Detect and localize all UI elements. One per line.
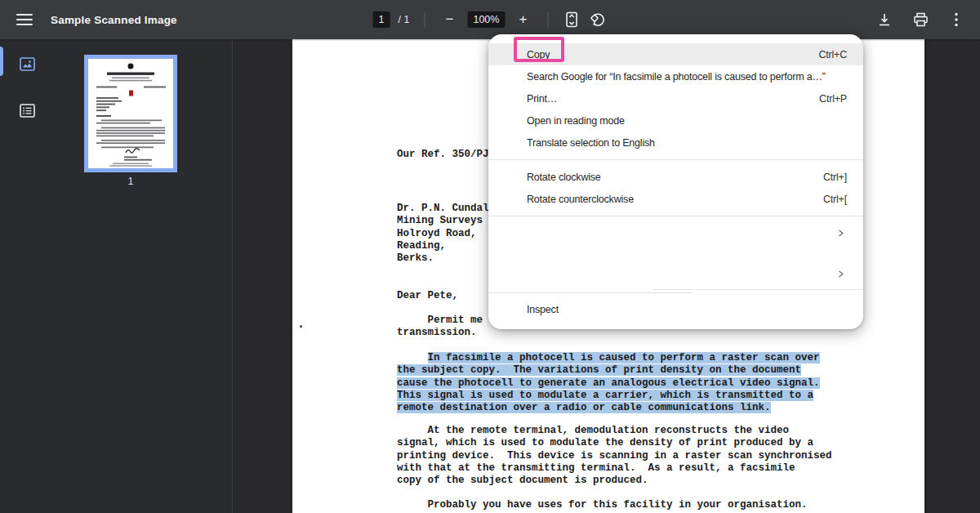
- chevron-right-icon: [837, 270, 844, 278]
- document-outline-icon: [20, 104, 35, 118]
- letter-line: Probably you have uses for this facility…: [397, 499, 808, 511]
- letter-line-selected: This signal is used to modulate a carrie…: [397, 390, 820, 402]
- menu-item-label: Inspect: [527, 304, 847, 315]
- zoom-level-badge[interactable]: 100%: [467, 11, 505, 28]
- menu-item-shortcut: Ctrl+P: [819, 93, 847, 105]
- menu-item-label: Search Google for “In facsimile a photoc…: [527, 71, 847, 83]
- menu-item-copy[interactable]: CopyCtrl+C: [488, 43, 863, 65]
- kebab-menu-icon: [955, 12, 958, 27]
- letter-line-selected: cause the photocell to generate an analo…: [397, 377, 820, 390]
- zoom-in-button[interactable]: +: [513, 10, 532, 29]
- document-title: Sample Scanned Image: [51, 14, 177, 26]
- chevron-right-icon: [837, 230, 844, 237]
- page-thumbnail[interactable]: [84, 55, 177, 172]
- active-tab-indicator: [0, 47, 3, 76]
- menu-item-label: Translate selection to English: [527, 137, 847, 149]
- text-selection: In facsimile a photocell is caused to pe…: [428, 352, 820, 364]
- page-thumbnail-preview: [88, 59, 173, 168]
- menu-item-open-in-reading-mode[interactable]: Open in reading mode: [488, 109, 863, 132]
- menu-item-label: Open in reading mode: [527, 115, 847, 127]
- more-options-button[interactable]: [947, 11, 965, 29]
- letter-line: copy of the subject document is produced…: [397, 475, 832, 487]
- thumbnails-icon: [20, 57, 35, 71]
- menu-separator: [488, 285, 863, 298]
- context-menu: CopyCtrl+CSearch Google for “In facsimil…: [488, 34, 863, 329]
- menu-item-submenu[interactable]: [488, 222, 863, 244]
- menu-separator: [488, 154, 863, 166]
- download-icon: [877, 12, 892, 27]
- text-selection: remote destination over a radio or cable…: [397, 402, 771, 413]
- letter-text-block: Dear Pete,: [397, 290, 458, 302]
- menu-separator: [488, 210, 863, 222]
- menu-item-rotate-counterclockwise[interactable]: Rotate counterclockwiseCtrl+[: [488, 188, 863, 210]
- menu-item-shortcut: Ctrl+[: [823, 194, 847, 205]
- letter-line: signal, which is used to modulate the de…: [397, 437, 832, 449]
- fit-to-page-icon: [566, 11, 578, 28]
- sidebar-tab-thumbnails[interactable]: [20, 57, 35, 71]
- menu-item-shortcut: Ctrl+C: [818, 49, 847, 60]
- rotate-button[interactable]: [589, 11, 607, 29]
- letter-text-block: In facsimile a photocell is caused to pe…: [397, 352, 820, 414]
- thumbnail-page-number: 1: [84, 176, 177, 187]
- menu-item-label: Copy: [527, 49, 808, 60]
- download-button[interactable]: [875, 11, 893, 29]
- menu-item-print[interactable]: Print…Ctrl+P: [488, 87, 863, 109]
- menu-item-inspect[interactable]: Inspect: [488, 298, 863, 320]
- letter-line: printing device. This device is scanning…: [397, 450, 832, 462]
- menu-item-label: Rotate counterclockwise: [527, 194, 813, 205]
- toolbar-divider: [424, 11, 425, 28]
- letter-line: Dear Pete,: [397, 290, 458, 302]
- zoom-out-button[interactable]: −: [439, 10, 459, 29]
- page-count-label: / 1: [399, 14, 410, 25]
- text-selection: This signal is used to modulate a carrie…: [397, 390, 813, 401]
- menu-item-rotate-clockwise[interactable]: Rotate clockwiseCtrl+]: [488, 166, 863, 188]
- pdf-viewer-window: Sample Scanned Image 1 / 1 − 100% +: [0, 0, 980, 513]
- page-number-input[interactable]: 1: [373, 11, 390, 28]
- sidebar-tab-outline[interactable]: [20, 104, 35, 118]
- menu-item-translate-selection-to-engli[interactable]: Translate selection to English: [488, 132, 863, 154]
- letter-line-selected: the subject copy. The variations of prin…: [397, 364, 820, 377]
- letter-text-block: At the remote terminal, demodulation rec…: [397, 425, 832, 487]
- text-selection: cause the photocell to generate an analo…: [397, 377, 820, 389]
- toolbar: Sample Scanned Image 1 / 1 − 100% +: [0, 0, 980, 39]
- menu-item-submenu[interactable]: [488, 263, 863, 285]
- rotate-icon: [590, 11, 606, 28]
- menu-item-label: Print…: [527, 93, 809, 105]
- stray-mark: [300, 325, 302, 328]
- menu-item-search-google-for-in-facsimi[interactable]: Search Google for “In facsimile a photoc…: [488, 65, 863, 87]
- letter-line-selected: In facsimile a photocell is caused to pe…: [397, 352, 820, 364]
- print-button[interactable]: [911, 11, 929, 29]
- letter-line-selected: remote destination over a radio or cable…: [397, 402, 820, 414]
- sidebar: 1: [0, 39, 233, 513]
- menu-gap: [488, 244, 863, 263]
- toolbar-divider: [547, 11, 548, 28]
- text-selection: the subject copy. The variations of prin…: [397, 364, 801, 376]
- menu-item-label: Rotate clockwise: [527, 172, 813, 183]
- fit-to-page-button[interactable]: [563, 11, 581, 29]
- letter-line: with that at the transmitting terminal. …: [397, 462, 832, 475]
- letter-line: At the remote terminal, demodulation rec…: [397, 425, 832, 437]
- letter-text-block: Probably you have uses for this facility…: [397, 499, 808, 511]
- print-icon: [913, 12, 929, 27]
- menu-item-shortcut: Ctrl+]: [823, 172, 847, 183]
- menu-icon[interactable]: [16, 14, 33, 25]
